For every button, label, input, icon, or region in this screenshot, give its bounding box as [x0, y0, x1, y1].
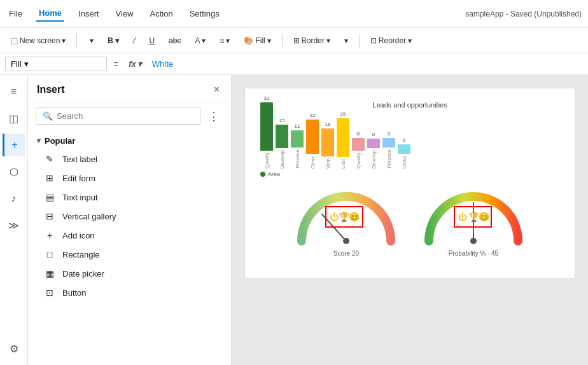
list-item-date-picker[interactable]: ▦ Date picker — [28, 264, 231, 283]
bar-chart: Leads and opportunities 31 Qualify 15 De… — [258, 101, 562, 177]
menu-view[interactable]: View — [113, 6, 136, 21]
popular-section-header[interactable]: ▾ Popular — [28, 130, 231, 149]
underline-button[interactable]: U — [143, 33, 160, 48]
list-item-edit-form[interactable]: ⊞ Edit form — [28, 169, 231, 188]
svg-text:😊: 😊 — [349, 212, 360, 223]
sidebar-icon-layers[interactable]: ◫ — [3, 107, 25, 130]
bar-value: 31 — [264, 95, 270, 101]
gauge-score-wrap: ⏻ 🏆 😊 — [295, 190, 397, 247]
bar-label: Lost — [340, 159, 346, 169]
menu-file[interactable]: File — [6, 6, 25, 21]
app-title: sampleApp - Saved (Unpublished) — [465, 10, 582, 18]
add-icon-item-label: Add icon — [62, 231, 95, 240]
svg-point-1 — [343, 238, 349, 244]
search-row: 🔍 ⋮ — [28, 102, 231, 130]
font-family-dropdown[interactable]: ▾ — [82, 33, 99, 48]
new-screen-button[interactable]: ⬚ New screen ▾ — [5, 33, 71, 48]
button-item-label: Button — [62, 288, 87, 298]
list-item-vertical-gallery[interactable]: ⊟ Vertical gallery — [28, 207, 231, 226]
list-item-button[interactable]: ⊡ Button — [28, 283, 231, 302]
vertical-gallery-icon: ⊟ — [43, 211, 56, 221]
menubar: File Home Insert View Action Settings sa… — [0, 0, 588, 28]
bar-label: Won — [325, 158, 331, 169]
new-screen-label: New screen — [20, 36, 60, 45]
sidebar-icon-data[interactable]: ⬡ — [3, 160, 25, 183]
fx-button[interactable]: fx ▾ — [125, 58, 146, 70]
align-button[interactable]: ≡ ▾ — [214, 33, 235, 48]
insert-list: ▾ Popular ✎ Text label ⊞ Edit form ▤ Tex… — [28, 130, 231, 365]
toolbar-separator-2 — [282, 34, 283, 48]
toolbar: ⬚ New screen ▾ ▾ B ▾ / U abc A ▾ ≡ ▾ 🎨 F… — [0, 28, 588, 53]
vertical-gallery-item-label: Vertical gallery — [62, 212, 116, 221]
sidebar-icon-settings[interactable]: ⚙ — [3, 337, 25, 360]
menu-home[interactable]: Home — [36, 6, 64, 22]
bar — [367, 139, 380, 148]
bar-group: 6 Develop — [367, 132, 380, 169]
close-button[interactable]: × — [211, 83, 222, 97]
bar-group: 6 Close — [398, 137, 410, 169]
chevron-down-icon-5: ▾ — [226, 36, 230, 45]
bold-button[interactable]: B ▾ — [102, 33, 125, 48]
insert-title: Insert — [37, 84, 65, 95]
underline-label: U — [149, 36, 155, 45]
reorder-icon: ⊡ — [370, 36, 377, 45]
sidebar-icon-hamburger[interactable]: ≡ — [3, 80, 25, 103]
menu-settings[interactable]: Settings — [187, 6, 222, 21]
bar-group: 11 Propose — [291, 123, 304, 169]
chart-title: Leads and opportunities — [258, 101, 562, 109]
screen-icon: ⬚ — [11, 36, 18, 45]
edit-form-item-label: Edit form — [62, 174, 95, 183]
strikethrough-button[interactable]: abc — [163, 33, 186, 48]
italic-label: / — [133, 36, 135, 45]
canvas-area: Leads and opportunities 31 Qualify 15 De… — [232, 75, 588, 365]
list-item-text-input[interactable]: ▤ Text input — [28, 188, 231, 207]
fill-label: Fill — [255, 36, 265, 45]
equals-sign: = — [111, 59, 121, 69]
sidebar-icon-effects[interactable]: ≫ — [3, 214, 25, 237]
text-input-icon: ▤ — [43, 192, 56, 202]
list-item-add-icon[interactable]: + Add icon — [28, 226, 231, 245]
button-icon: ⊡ — [43, 287, 56, 298]
menu-action[interactable]: Action — [148, 6, 176, 21]
search-box[interactable]: 🔍 — [36, 107, 200, 125]
strikethrough-label: abc — [169, 36, 181, 45]
sidebar-icon-add[interactable]: + — [3, 134, 25, 156]
bar-group: 31 Qualify — [260, 95, 273, 169]
chevron-down-icon-7: ▾ — [326, 36, 330, 45]
bar-value: 11 — [295, 123, 300, 129]
bar-label: Propose — [295, 149, 300, 169]
list-item-text-label[interactable]: ✎ Text label — [28, 149, 231, 169]
reorder-button[interactable]: ⊡ Reorder ▾ — [365, 33, 417, 48]
fill-button[interactable]: 🎨 Fill ▾ — [238, 33, 276, 48]
text-input-item-label: Text input — [62, 193, 98, 202]
bar-label: Develop — [279, 150, 285, 169]
bar-value: 22 — [310, 113, 316, 118]
gauge-probability-wrap: ⏻ 🏆 😊 — [423, 190, 524, 247]
insert-panel: Insert × 🔍 ⋮ ▾ Popular ✎ Text label ⊞ Ed… — [28, 75, 232, 365]
bar-value: 25 — [340, 111, 346, 117]
italic-button[interactable]: / — [127, 33, 141, 48]
font-color-button[interactable]: A ▾ — [189, 33, 211, 48]
menu-insert[interactable]: Insert — [76, 6, 102, 21]
bar-group: 25 Lost — [337, 111, 349, 169]
down-button[interactable]: ▾ — [339, 33, 354, 48]
fill-icon: 🎨 — [244, 36, 253, 45]
sidebar-icon-media[interactable]: ♪ — [3, 187, 25, 210]
formula-value: White — [150, 59, 173, 69]
add-icon-icon: + — [43, 230, 56, 240]
property-label: Fill — [11, 59, 22, 69]
bars-container: 31 Qualify 15 Develop 11 Propose 22 Clos… — [258, 111, 562, 169]
chevron-down-icon-2: ▾ — [90, 36, 94, 45]
gauges-row: ⏻ 🏆 😊 Score 20 — [258, 190, 562, 257]
toolbar-separator-1 — [76, 34, 77, 48]
search-input[interactable] — [57, 111, 193, 121]
fx-label: fx — [129, 59, 136, 69]
border-button[interactable]: ⊞ Border ▾ — [288, 33, 336, 48]
menu-items: File Home Insert View Action Settings — [6, 6, 222, 22]
bar-label: Develop — [371, 150, 377, 169]
bar-label: Close — [402, 156, 407, 169]
list-item-rectangle[interactable]: □ Rectangle — [28, 245, 231, 264]
gauge-probability-svg: ⏻ 🏆 😊 — [423, 190, 524, 247]
property-dropdown[interactable]: Fill ▾ — [5, 57, 107, 71]
more-options-button[interactable]: ⋮ — [204, 108, 223, 125]
